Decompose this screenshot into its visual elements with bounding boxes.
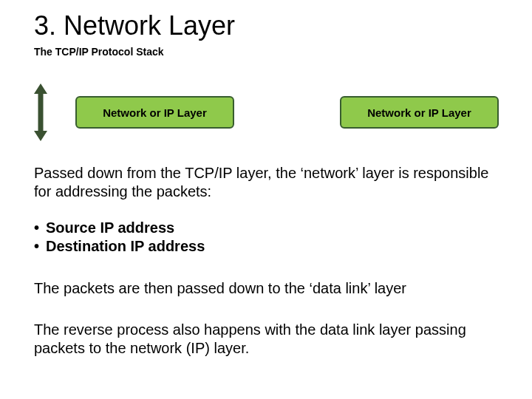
bullet-item: •Destination IP address [34, 237, 505, 256]
slide: 3. Network Layer The TCP/IP Protocol Sta… [0, 0, 532, 399]
bullet-list: •Source IP address •Destination IP addre… [34, 219, 505, 256]
bullet-item-text: Source IP address [39, 219, 174, 236]
bullet-item: •Source IP address [34, 219, 505, 237]
layer-box-left: Network or IP Layer [75, 96, 234, 129]
paragraph-intro: Passed down from the TCP/IP layer, the ‘… [34, 164, 505, 201]
svg-marker-0 [34, 83, 47, 141]
paragraph-reverse: The reverse process also happens with th… [34, 321, 505, 358]
bullet-item-text: Destination IP address [39, 238, 205, 254]
page-subtitle: The TCP/IP Protocol Stack [34, 46, 164, 58]
paragraph-passdown: The packets are then passed down to the … [34, 279, 505, 298]
layer-box-right: Network or IP Layer [340, 96, 499, 129]
vertical-double-arrow-icon [34, 83, 47, 141]
layer-box-right-label: Network or IP Layer [367, 106, 471, 119]
page-title: 3. Network Layer [34, 10, 235, 41]
layer-box-left-label: Network or IP Layer [103, 106, 207, 119]
